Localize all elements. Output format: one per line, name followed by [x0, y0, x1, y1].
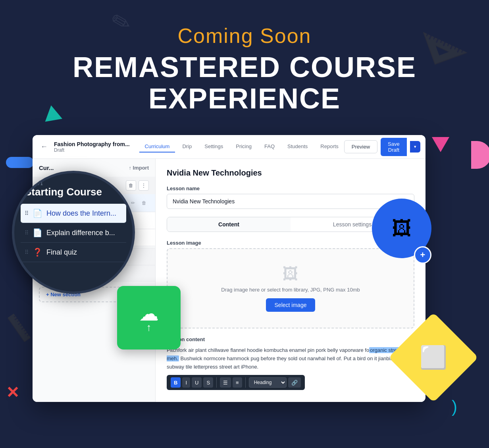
image-bubble-plus: + — [414, 246, 431, 264]
zoom-circle-overlay: Section 1 Starting Course ⠿ 📄 How does t… — [12, 171, 135, 294]
diamond-inner-icon: ⬜ — [420, 344, 447, 371]
upload-arrow-icon: ↑ — [146, 321, 152, 334]
pink-triangle-decor — [432, 137, 449, 152]
coming-soon-section: Coming Soon REMASTERED COURSE EXPERIENCE — [0, 0, 489, 114]
lesson1-actions: ✏ 🗑 — [128, 198, 149, 208]
zoom-icon-doc-1: 📄 — [33, 209, 42, 218]
main-title: REMASTERED COURSE EXPERIENCE — [0, 52, 489, 114]
tab-settings[interactable]: Settings — [199, 141, 229, 153]
tab-students[interactable]: Students — [282, 141, 313, 153]
zoom-icon-quiz-3: ❓ — [33, 247, 42, 257]
zoom-icon-doc-2: 📄 — [33, 228, 42, 238]
toolbar-link[interactable]: 🔗 — [288, 377, 301, 388]
toolbar-bullet-list[interactable]: ☰ — [220, 377, 231, 388]
content-label: Lesson content — [167, 336, 414, 342]
lesson-name-label: Lesson name — [167, 185, 414, 191]
toolbar-underline[interactable]: U — [192, 377, 202, 388]
save-draft-caret[interactable]: ▾ — [410, 141, 420, 153]
zoom-circle-inner: Section 1 Starting Course ⠿ 📄 How does t… — [14, 173, 133, 270]
section1-actions: 🗑 ⋮ — [126, 180, 149, 191]
content-text-part2: Bushwick normcore hammock pug before the… — [167, 355, 410, 370]
toolbar-separator-2 — [245, 377, 246, 388]
lesson1-delete-btn[interactable]: 🗑 — [139, 198, 149, 208]
formatting-toolbar: B I U S ☰ ≡ Heading Heading 1 Heading 2 … — [167, 375, 305, 390]
section1-menu-btn[interactable]: ⋮ — [139, 180, 149, 191]
teal-curl-decor: ) — [452, 397, 457, 416]
blue-pill-decor — [6, 157, 34, 168]
image-upload-text: Drag image here or select from library, … — [175, 287, 406, 293]
tab-faq[interactable]: FAQ — [259, 141, 280, 153]
section1-delete-btn[interactable]: 🗑 — [126, 180, 136, 191]
image-bubble-icon: 🖼 — [392, 217, 412, 240]
tab-drip[interactable]: Drip — [177, 141, 197, 153]
import-button[interactable]: ↑ Import — [129, 165, 149, 171]
zoom-drag-3: ⠿ — [25, 249, 29, 255]
tab-content[interactable]: Content — [167, 217, 291, 232]
lesson-name-input[interactable] — [167, 194, 414, 209]
lesson-image-section: Lesson image 🖼 Drag image here or select… — [167, 240, 414, 328]
select-image-button[interactable]: Select image — [266, 298, 316, 312]
toolbar-strikethrough[interactable]: S — [203, 377, 213, 388]
curriculum-label: Cur... — [39, 164, 54, 171]
toolbar-separator-1 — [216, 377, 217, 388]
pink-magenta-decor — [471, 141, 489, 169]
main-content: Nvidia New Technologies Lesson name Cont… — [156, 159, 425, 402]
zoom-lesson-name-3: Final quiz — [46, 248, 77, 257]
toolbar-bold[interactable]: B — [171, 377, 181, 388]
nav-tabs: Curriculum Drip Settings Pricing FAQ Stu… — [139, 141, 344, 153]
back-button[interactable]: ← — [40, 143, 48, 151]
zoom-lesson-2[interactable]: ⠿ 📄 Explain difference b... — [21, 223, 126, 243]
zoom-lesson-1[interactable]: ⠿ 📄 How does the Intern... — [21, 204, 126, 223]
toolbar-italic[interactable]: I — [182, 377, 190, 388]
coming-soon-text: Coming Soon — [0, 24, 489, 48]
image-placeholder-icon: 🖼 — [175, 265, 406, 283]
zoom-drag-1: ⠿ — [25, 210, 29, 216]
ruler-decor-bl: 📏 — [2, 311, 36, 344]
image-upload-area: 🖼 Drag image here or select from library… — [167, 248, 414, 328]
course-info: Fashion Photography from... Draft — [54, 141, 130, 153]
preview-button[interactable]: Preview — [344, 140, 377, 153]
course-status: Draft — [54, 147, 130, 153]
zoom-section-name: Starting Course — [21, 186, 126, 198]
content-text-part1: Pitchfork air plant chillwave flannel ho… — [167, 347, 369, 353]
sidebar-header: Cur... ↑ Import — [33, 159, 155, 175]
lesson-content-section: Lesson content Pitchfork air plant chill… — [167, 336, 414, 390]
zoom-lesson-name-1: How does the Intern... — [46, 209, 116, 218]
lesson-title: Nvidia New Technologies — [167, 168, 414, 178]
red-x-decor: ✕ — [6, 383, 19, 402]
tab-reports[interactable]: Reports — [315, 141, 344, 153]
tab-pricing[interactable]: Pricing — [230, 141, 257, 153]
tab-curriculum[interactable]: Curriculum — [139, 141, 175, 153]
content-text: Pitchfork air plant chillwave flannel ho… — [167, 346, 414, 371]
header-actions: Preview Save Draft ▾ — [344, 138, 420, 156]
course-title: Fashion Photography from... — [54, 141, 130, 147]
zoom-lesson-3[interactable]: ⠿ ❓ Final quiz — [21, 243, 126, 262]
app-header: ← Fashion Photography from... Draft Curr… — [33, 135, 425, 159]
zoom-drag-2: ⠿ — [25, 230, 29, 236]
save-draft-button[interactable]: Save Draft — [381, 138, 407, 156]
lesson1-edit-btn[interactable]: ✏ — [128, 198, 138, 208]
toolbar-numbered-list[interactable]: ≡ — [233, 377, 242, 388]
upload-box: ☁ ↑ — [117, 286, 181, 350]
toolbar-heading-select[interactable]: Heading Heading 1 Heading 2 Paragraph — [249, 377, 287, 388]
zoom-lesson-name-2: Explain difference b... — [46, 229, 115, 237]
